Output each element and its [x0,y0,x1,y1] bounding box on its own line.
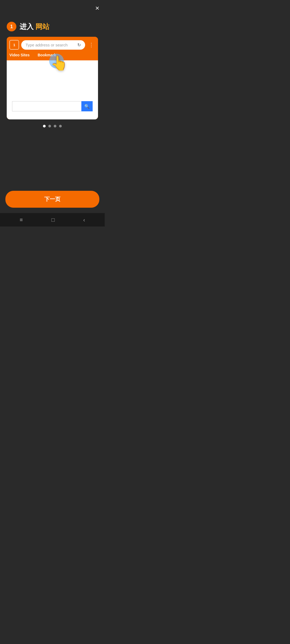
nav-back-icon[interactable]: ‹ [81,215,87,225]
dot-1[interactable] [43,125,46,127]
browser-bookmarks: Video Sites Bookmark [7,52,98,60]
browser-preview: 1 Type address or search ↻ 👆 ⋮ Video Sit… [7,37,98,119]
search-icon: 🔍 [84,104,90,109]
reload-icon[interactable]: ↻ [77,42,81,47]
browser-search-input[interactable] [12,101,81,111]
browser-search-container: 🔍 [12,101,93,111]
close-button-container: × [0,0,105,14]
dots-indicator [7,125,98,127]
bookmark-mark[interactable]: Bookmark [38,53,56,57]
step-title: 进入 网站 [20,22,49,31]
dot-2[interactable] [48,125,51,127]
browser-search-button[interactable]: 🔍 [81,101,93,111]
nav-square-icon[interactable]: □ [49,215,57,225]
dot-3[interactable] [54,125,56,127]
dot-4[interactable] [59,125,62,127]
step-header: 1 进入 网站 [7,22,98,31]
browser-body: 🔍 [7,60,98,119]
bookmark-video-sites[interactable]: Video Sites [9,53,30,57]
step-number-badge: 1 [7,22,16,31]
menu-dots-icon[interactable]: ⋮ [87,40,95,49]
close-button[interactable]: × [95,4,99,12]
step-title-highlight: 网站 [35,23,49,31]
browser-toolbar: 1 Type address or search ↻ 👆 ⋮ [7,37,98,52]
step-title-prefix: 进入 [20,23,34,31]
tab-indicator: 1 [9,40,19,50]
address-bar[interactable]: Type address or search ↻ 👆 [21,40,85,50]
next-button[interactable]: 下一页 [5,191,99,208]
main-content: 1 进入 网站 1 Type address or search ↻ 👆 ⋮ V… [0,14,105,163]
next-button-container: 下一页 [0,187,105,213]
bottom-nav: ≡ □ ‹ [0,213,105,226]
address-placeholder: Type address or search [26,43,68,47]
nav-menu-icon[interactable]: ≡ [17,215,25,225]
